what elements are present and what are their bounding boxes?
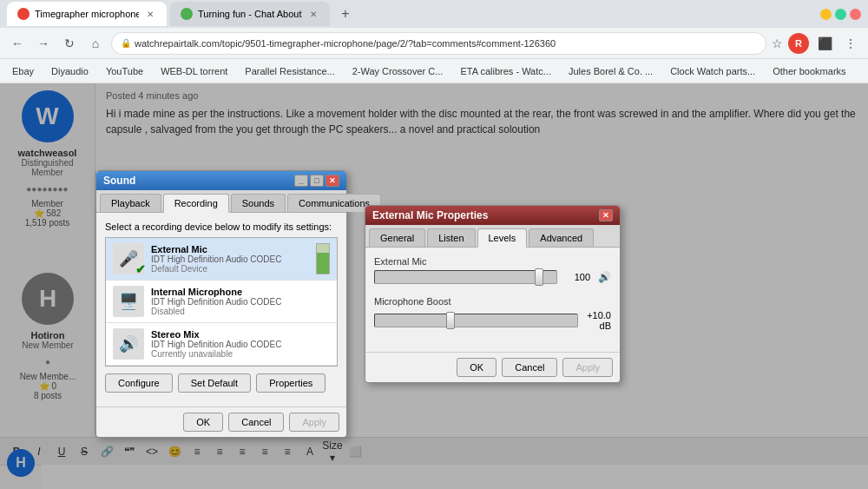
bookmark-star-icon[interactable]: ☆	[772, 36, 783, 50]
device-external-mic[interactable]: 🎤 ✔ External Mic IDT High Definition Aud…	[106, 238, 337, 281]
mic-dialog-title: External Mic Properties	[372, 209, 599, 221]
tab-close-1[interactable]: ✕	[144, 8, 156, 20]
mic-ok-button[interactable]: OK	[457, 358, 496, 377]
security-lock-icon: 🔒	[121, 38, 131, 48]
refresh-button[interactable]: ↻	[59, 33, 80, 54]
tab-recording[interactable]: Recording	[163, 194, 229, 213]
mic-tab-advanced[interactable]: Advanced	[529, 228, 594, 247]
mic-dialog-titlebar: External Mic Properties ✕	[365, 206, 620, 225]
tab-playback[interactable]: Playback	[100, 194, 161, 212]
tab-chat[interactable]: Turning fun - Chat About Anythi... ✕	[170, 2, 330, 26]
mic-tab-levels[interactable]: Levels	[477, 228, 528, 248]
tab-timegrapher[interactable]: Timegrapher microphone - Page... ✕	[7, 2, 167, 26]
back-button[interactable]: ←	[7, 33, 28, 54]
sound-dialog-controls: _ □ ✕	[294, 175, 339, 187]
device-driver-1: IDT High Definition Audio CODEC	[151, 254, 309, 264]
sound-dialog-close[interactable]: ✕	[326, 175, 339, 187]
sound-action-buttons: Configure Set Default Properties	[105, 373, 338, 393]
browser-toolbar: ← → ↻ ⌂ 🔒 watchrepairtalk.com/topic/9501…	[0, 28, 868, 59]
sound-dialog-body: Select a recording device below to modif…	[96, 213, 346, 406]
device-info-3: Stereo Mix IDT High Definition Audio COD…	[151, 329, 330, 359]
device-icon-1-wrapper: 🎤 ✔	[113, 243, 144, 274]
external-mic-value: 100	[564, 272, 590, 282]
bookmark-other[interactable]: Other bookmarks	[767, 64, 851, 78]
external-mic-slider-track[interactable]	[374, 270, 557, 284]
sound-apply-button[interactable]: Apply	[289, 413, 339, 432]
properties-button[interactable]: Properties	[256, 373, 326, 393]
mic-boost-slider-thumb[interactable]	[446, 312, 455, 329]
mic-speaker-icon[interactable]: 🔊	[597, 270, 611, 284]
maximize-button[interactable]	[835, 9, 846, 20]
bookmark-webdl[interactable]: WEB-DL torrent	[155, 64, 233, 78]
tab-sounds[interactable]: Sounds	[231, 194, 286, 212]
address-bar[interactable]: 🔒 watchrepairtalk.com/topic/9501-timegra…	[111, 32, 766, 55]
sound-instruction: Select a recording device below to modif…	[105, 221, 338, 232]
sound-ok-button[interactable]: OK	[183, 413, 223, 432]
browser-titlebar: Timegrapher microphone - Page... ✕ Turni…	[0, 0, 868, 28]
level-bar-1	[316, 243, 330, 274]
forward-button[interactable]: →	[33, 33, 54, 54]
device-status-2: Disabled	[151, 307, 330, 316]
level-fill-1	[317, 253, 329, 274]
device-driver-3: IDT High Definition Audio CODEC	[151, 340, 330, 349]
device-name-3: Stereo Mix	[151, 329, 330, 340]
sound-dialog-minimize[interactable]: _	[294, 175, 308, 187]
tab-label-2: Turning fun - Chat About Anythi...	[198, 9, 302, 19]
page-content: W watchweasol Distinguished Member ●●●●●…	[0, 83, 868, 489]
external-mic-level-control: 100 🔊	[374, 270, 611, 284]
mic-boost-value: +10.0 dB	[585, 310, 611, 331]
external-mic-level-label: External Mic	[374, 256, 611, 267]
configure-button[interactable]: Configure	[105, 373, 173, 393]
device-name-2: Internal Microphone	[151, 287, 330, 297]
mic-properties-dialog: External Mic Properties ✕ General Listen…	[365, 205, 621, 383]
profile-button[interactable]: R	[788, 33, 809, 54]
device-internal-mic[interactable]: 🖥️ Internal Microphone IDT High Definiti…	[106, 281, 337, 323]
mic-cancel-button[interactable]: Cancel	[502, 358, 557, 377]
sound-dialog-footer: OK Cancel Apply	[96, 406, 346, 437]
bookmark-youtube[interactable]: YouTube	[101, 64, 148, 78]
mic-boost-level-label: Microphone Boost	[374, 296, 611, 307]
bookmark-diyaudio[interactable]: Diyaudio	[46, 64, 94, 78]
device-list: 🎤 ✔ External Mic IDT High Definition Aud…	[105, 237, 338, 367]
mic-dialog-close[interactable]: ✕	[599, 209, 613, 221]
tab-favicon-2	[181, 8, 193, 20]
external-mic-level-row: External Mic 100 🔊	[374, 256, 611, 284]
mic-boost-level-control: +10.0 dB	[374, 310, 611, 331]
device-stereo-mix[interactable]: 🔊 Stereo Mix IDT High Definition Audio C…	[106, 323, 337, 366]
bookmark-eta[interactable]: ETA calibres - Watc...	[455, 64, 556, 78]
set-default-button[interactable]: Set Default	[178, 373, 251, 393]
mic-boost-slider-track[interactable]	[374, 314, 578, 327]
mic-dialog-controls: ✕	[599, 209, 613, 221]
browser-menu-button[interactable]: ⋮	[840, 33, 861, 54]
window-controls	[820, 9, 861, 20]
bookmark-ebay[interactable]: Ebay	[7, 64, 39, 78]
device-info-2: Internal Microphone IDT High Definition …	[151, 287, 330, 316]
sound-dialog-maximize[interactable]: □	[310, 175, 324, 187]
bookmark-crossover[interactable]: 2-Way Crossover C...	[347, 64, 449, 78]
check-mark-1: ✔	[135, 262, 146, 276]
bookmark-parallel[interactable]: Parallel Resistance...	[240, 64, 339, 78]
device-driver-2: IDT High Definition Audio CODEC	[151, 297, 330, 307]
device-status-3: Currently unavailable	[151, 349, 330, 359]
device-name-1: External Mic	[151, 244, 309, 254]
mic-dialog-body: External Mic 100 🔊 Microphone Boost +10.…	[365, 248, 620, 352]
close-button[interactable]	[850, 9, 861, 20]
tab-label-1: Timegrapher microphone - Page...	[35, 9, 139, 19]
sound-cancel-button[interactable]: Cancel	[228, 413, 284, 432]
mic-tab-general[interactable]: General	[369, 228, 425, 247]
extensions-button[interactable]: ⬛	[814, 33, 835, 54]
home-button[interactable]: ⌂	[85, 33, 106, 54]
tab-close-2[interactable]: ✕	[307, 8, 319, 20]
sound-dialog-titlebar: Sound _ □ ✕	[96, 171, 346, 190]
bookmark-jules[interactable]: Jules Borel & Co. ...	[563, 64, 658, 78]
device-icon-3: 🔊	[113, 328, 144, 360]
external-mic-slider-thumb[interactable]	[535, 268, 543, 286]
mic-boost-level-row: Microphone Boost +10.0 dB	[374, 296, 611, 331]
minimize-button[interactable]	[820, 9, 832, 20]
device-info-1: External Mic IDT High Definition Audio C…	[151, 244, 309, 274]
new-tab-button[interactable]: +	[333, 2, 358, 26]
bookmark-clock[interactable]: Clock Watch parts...	[665, 64, 760, 78]
mic-tab-listen[interactable]: Listen	[427, 228, 475, 247]
device-status-1: Default Device	[151, 264, 309, 274]
mic-apply-button[interactable]: Apply	[562, 358, 613, 377]
